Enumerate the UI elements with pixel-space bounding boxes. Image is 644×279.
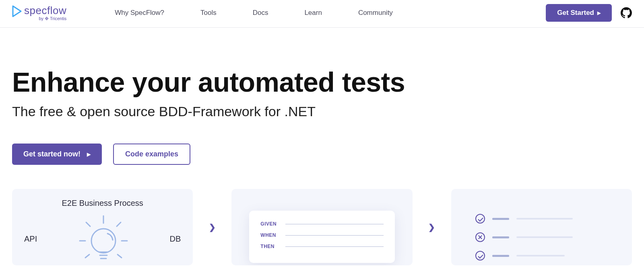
code-examples-button[interactable]: Code examples <box>113 144 190 165</box>
card-e2e-process: E2E Business Process API DB <box>12 189 193 265</box>
card-results <box>451 189 632 265</box>
placeholder-bar <box>516 218 573 220</box>
github-icon[interactable] <box>621 7 632 18</box>
gherkin-row-then: THEN <box>260 244 383 249</box>
result-row <box>475 214 616 224</box>
hero-title: Enhance your automated tests <box>12 68 632 96</box>
nav-community[interactable]: Community <box>358 9 393 17</box>
svg-point-1 <box>91 229 116 253</box>
placeholder-bar <box>492 218 509 220</box>
x-circle-icon <box>475 232 485 242</box>
tricentis-mark-icon <box>45 16 49 21</box>
hero: Enhance your automated tests The free & … <box>0 28 644 189</box>
get-started-button[interactable]: Get Started ▶ <box>546 4 612 22</box>
get-started-label: Get Started <box>557 9 594 17</box>
hero-get-started-button[interactable]: Get started now! ▶ <box>12 144 102 165</box>
gherkin-row-when: WHEN <box>260 232 383 238</box>
chevron-right-icon: ❯ <box>428 189 436 265</box>
logo-byline: by Tricentis <box>39 16 66 21</box>
gherkin-keyword: WHEN <box>260 232 278 238</box>
process-cards: E2E Business Process API DB ❯ <box>0 189 644 265</box>
hero-get-started-label: Get started now! <box>23 150 80 158</box>
logo-text: specflow <box>24 5 66 16</box>
svg-line-7 <box>85 254 89 258</box>
placeholder-line <box>285 224 383 224</box>
card1-title: E2E Business Process <box>20 199 185 208</box>
result-row <box>475 251 616 261</box>
card-gherkin: GIVEN WHEN THEN <box>231 189 412 265</box>
result-row <box>475 232 616 242</box>
placeholder-bar <box>492 236 509 238</box>
svg-line-8 <box>118 254 122 258</box>
play-triangle-icon <box>12 5 22 17</box>
nav-tools[interactable]: Tools <box>200 9 217 17</box>
lightbulb-icon <box>77 213 130 265</box>
placeholder-bar <box>516 255 565 256</box>
main-nav: Why SpecFlow? Tools Docs Learn Community <box>115 9 546 17</box>
logo[interactable]: specflow by Tricentis <box>12 5 66 21</box>
hero-subtitle: The free & open source BDD-Framework for… <box>12 104 632 119</box>
play-icon: ▶ <box>87 152 91 157</box>
placeholder-line <box>285 235 383 236</box>
svg-line-6 <box>117 222 121 226</box>
site-header: specflow by Tricentis Why SpecFlow? Tool… <box>0 0 644 28</box>
placeholder-line <box>285 246 383 247</box>
gherkin-keyword: GIVEN <box>260 221 278 227</box>
svg-line-5 <box>86 222 90 226</box>
play-icon: ▶ <box>597 10 601 16</box>
placeholder-bar <box>492 255 509 257</box>
gherkin-row-given: GIVEN <box>260 221 383 227</box>
gherkin-keyword: THEN <box>260 244 278 249</box>
check-circle-icon <box>475 251 485 261</box>
nav-learn[interactable]: Learn <box>304 9 322 17</box>
nav-why-specflow[interactable]: Why SpecFlow? <box>115 9 164 17</box>
svg-marker-0 <box>13 6 21 16</box>
card1-left-label: API <box>24 234 37 244</box>
nav-docs[interactable]: Docs <box>253 9 268 17</box>
check-circle-icon <box>475 214 485 224</box>
gherkin-box: GIVEN WHEN THEN <box>249 211 394 263</box>
chevron-right-icon: ❯ <box>208 189 216 265</box>
card1-right-label: DB <box>170 234 181 244</box>
placeholder-bar <box>516 236 573 238</box>
